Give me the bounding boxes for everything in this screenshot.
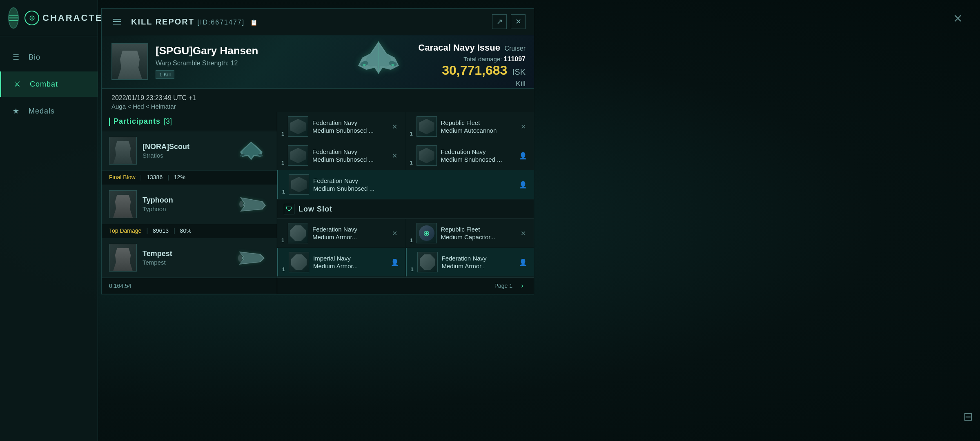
right-filter-area: ⊟ xyxy=(956,404,980,429)
svg-point-5 xyxy=(363,64,366,66)
participant-ship-3: Tempest xyxy=(143,259,227,266)
low-item-name-1: Federation NavyMedium Armor... xyxy=(312,225,385,241)
dialog-title-id: [ID:6671477] xyxy=(198,19,245,26)
low-item-text-3: Imperial NavyMedium Armor... xyxy=(313,254,385,270)
sidebar: ⊕ CHARACTER ☰ Bio ⚔ Combat ★ Medals xyxy=(0,0,98,441)
item-cell-5[interactable]: 1 Federation NavyMedium Snubnosed ... 👤 xyxy=(277,170,534,199)
low-item-cell-1[interactable]: 1 Federation NavyMedium Armor... ✕ xyxy=(277,219,405,247)
dialog-title: KILL REPORT [ID:6671477] 📋 xyxy=(131,17,486,27)
participants-accent xyxy=(109,118,110,126)
character-portrait xyxy=(111,43,148,80)
external-link-button[interactable]: ↗ xyxy=(492,14,507,29)
item-qty-1: 1 xyxy=(281,131,284,137)
participant-info-2: Typhoon Typhoon xyxy=(143,196,227,212)
high-slot-grid: 1 Federation NavyMedium Snubnosed ... ✕ … xyxy=(277,112,534,199)
copy-icon[interactable]: 📋 xyxy=(250,19,258,26)
ship-image-area xyxy=(338,35,419,88)
items-panel: 1 Federation NavyMedium Snubnosed ... ✕ … xyxy=(277,112,534,294)
participant-info-3: Tempest Tempest xyxy=(143,249,227,266)
kill-badge: 1 Kill xyxy=(156,70,174,79)
ship-svg xyxy=(342,37,415,86)
stat-label-final-blow: Final Blow xyxy=(109,174,136,180)
stat-damage-2: 89613 xyxy=(153,227,169,234)
item-cell-3[interactable]: 1 Federation NavyMedium Snubnosed ... ✕ xyxy=(277,141,405,170)
sidebar-item-bio-label: Bio xyxy=(29,53,40,62)
low-item-qty-4: 1 xyxy=(411,266,414,272)
participant-item-3[interactable]: Tempest Tempest xyxy=(102,238,277,278)
low-item-name-4: Federation NavyMedium Armor , xyxy=(442,254,514,270)
bio-icon: ☰ xyxy=(10,51,22,63)
participant-ship-img-2 xyxy=(233,192,270,216)
sidebar-item-combat[interactable]: ⚔ Combat xyxy=(0,71,98,97)
hamburger-button[interactable] xyxy=(8,7,19,29)
item-cell-2[interactable]: 1 Republic FleetMedium Autocannon ✕ xyxy=(406,112,534,141)
item-text-1: Federation NavyMedium Snubnosed ... xyxy=(312,119,385,135)
participants-count: [3] xyxy=(164,117,172,126)
low-item-text-2: Republic FleetMedium Capacitor... xyxy=(441,225,514,241)
low-item-cell-2[interactable]: 1 ⊕ Republic FleetMedium Capacitor... ✕ xyxy=(406,219,534,247)
portrait-face xyxy=(112,44,147,79)
sidebar-item-combat-label: Combat xyxy=(30,80,58,89)
items-footer: Page 1 › xyxy=(277,277,534,294)
result-label: Kill xyxy=(418,80,526,88)
low-item-cell-4[interactable]: 1 Federation NavyMedium Armor , 👤 xyxy=(406,248,534,276)
item-icon-1 xyxy=(288,116,308,137)
filter-icon[interactable]: ⊟ xyxy=(963,410,973,423)
item-name-5: Federation NavyMedium Snubnosed ... xyxy=(313,177,513,193)
dialog-menu-icon[interactable] xyxy=(110,14,125,29)
sidebar-nav: ☰ Bio ⚔ Combat ★ Medals xyxy=(0,36,98,132)
vitruvian-icon: ⊕ xyxy=(24,11,39,25)
item-action-5: 👤 xyxy=(517,179,529,190)
low-item-icon-1 xyxy=(288,223,308,243)
dialog-actions: ↗ ✕ xyxy=(492,14,526,29)
item-cell-4[interactable]: 1 Federation NavyMedium Snubnosed ... 👤 xyxy=(406,141,534,170)
content-area: Participants [3] [NORA]Scout Stratios xyxy=(102,112,534,294)
low-slot-title: Low Slot xyxy=(298,205,332,214)
total-damage-row: Total damage: 111097 xyxy=(418,56,526,63)
item-name-3: Federation NavyMedium Snubnosed ... xyxy=(312,148,385,164)
bottom-info: 0,164.54 xyxy=(102,278,277,294)
participant-ship-1: Stratios xyxy=(143,152,227,159)
low-item-cell-3[interactable]: 1 Imperial NavyMedium Armor... 👤 xyxy=(277,248,405,276)
item-name-4: Federation NavyMedium Snubnosed ... xyxy=(441,148,514,164)
combat-icon: ⚔ xyxy=(11,78,23,90)
item-name-2: Republic FleetMedium Autocannon xyxy=(441,119,514,135)
item-action-1: ✕ xyxy=(389,121,401,132)
item-text-3: Federation NavyMedium Snubnosed ... xyxy=(312,148,385,164)
low-item-action-2: ✕ xyxy=(517,227,529,239)
low-item-icon-3 xyxy=(289,252,309,272)
ship-info-right: Caracal Navy Issue Cruiser Total damage:… xyxy=(418,42,526,88)
low-item-qty-1: 1 xyxy=(281,237,284,243)
participant-stats-2: Top Damage | 89613 | 80% xyxy=(102,224,277,238)
participant-item-1[interactable]: [NORA]Scout Stratios xyxy=(102,131,277,171)
participants-panel: Participants [3] [NORA]Scout Stratios xyxy=(102,112,277,294)
next-page-button[interactable]: › xyxy=(517,281,527,291)
kill-report-dialog: KILL REPORT [ID:6671477] 📋 ↗ ✕ [SPGU]Gar… xyxy=(101,8,534,294)
item-action-4: 👤 xyxy=(517,150,529,161)
sidebar-header: ⊕ CHARACTER xyxy=(0,0,98,36)
location: Auga < Hed < Heimatar xyxy=(111,103,524,110)
participant-info-1: [NORA]Scout Stratios xyxy=(143,143,227,159)
medals-icon: ★ xyxy=(10,105,22,117)
low-item-icon-4 xyxy=(417,252,438,272)
sidebar-item-medals[interactable]: ★ Medals xyxy=(0,98,98,124)
app-close-button[interactable]: ✕ xyxy=(947,8,968,29)
participant-name-1: [NORA]Scout xyxy=(143,143,227,151)
sidebar-title: CHARACTER xyxy=(42,13,110,23)
participant-portrait-1 xyxy=(109,137,137,165)
item-cell-1[interactable]: 1 Federation NavyMedium Snubnosed ... ✕ xyxy=(277,112,405,141)
sidebar-item-bio[interactable]: ☰ Bio xyxy=(0,45,98,70)
item-qty-4: 1 xyxy=(410,160,413,166)
participant-item-2[interactable]: Typhoon Typhoon xyxy=(102,185,277,224)
dialog-close-button[interactable]: ✕ xyxy=(511,14,526,29)
meta-row: 2022/01/19 23:23:49 UTC +1 Auga < Hed < … xyxy=(102,89,534,112)
low-item-text-4: Federation NavyMedium Armor , xyxy=(442,254,514,270)
sidebar-item-medals-label: Medals xyxy=(29,107,55,116)
isk-value: 30,771,683 xyxy=(442,63,507,78)
participant-stats-1: Final Blow | 13386 | 12% xyxy=(102,171,277,185)
low-item-action-4: 👤 xyxy=(517,256,529,268)
item-text-4: Federation NavyMedium Snubnosed ... xyxy=(441,148,514,164)
character-banner: [SPGU]Gary Hansen Warp Scramble Strength… xyxy=(102,35,534,89)
ship-name: Caracal Navy Issue xyxy=(418,42,500,53)
low-slot-icon: 🛡 xyxy=(284,204,294,214)
